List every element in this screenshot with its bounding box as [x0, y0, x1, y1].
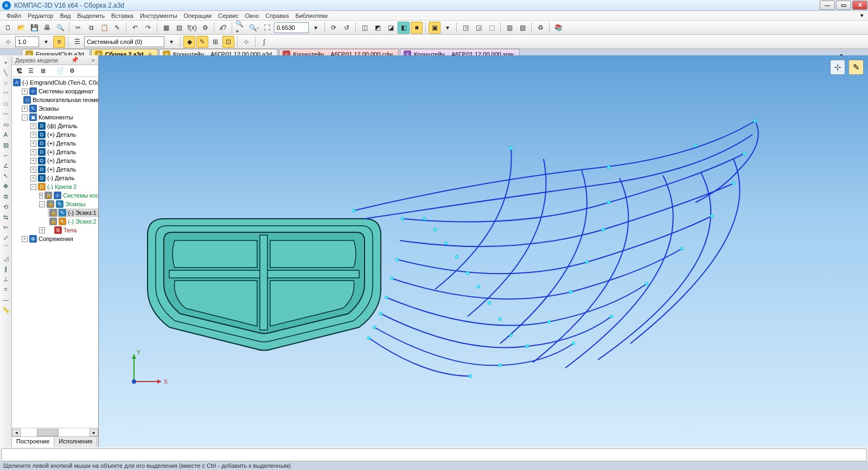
lib-button[interactable]: 📚: [552, 22, 564, 34]
redo-button[interactable]: ↷: [142, 22, 154, 34]
tool-point[interactable]: •: [1, 58, 11, 67]
tree-settings[interactable]: ⚙: [67, 66, 77, 76]
menu-window[interactable]: Окно: [242, 12, 263, 20]
expand-icon[interactable]: +: [22, 106, 28, 112]
help-button[interactable]: 𝓀?: [217, 22, 229, 34]
fx-button[interactable]: f(x): [186, 22, 198, 34]
tree-mode3[interactable]: ⊞: [38, 66, 48, 76]
new-button[interactable]: 🗋: [2, 22, 14, 34]
orient-button[interactable]: ⊹: [830, 60, 845, 75]
menu-help[interactable]: Справка: [262, 12, 292, 20]
node-detail-p5[interactable]: +D(+) Деталь: [30, 165, 98, 174]
tool-extend[interactable]: ⤢: [1, 233, 11, 243]
style-button[interactable]: ≡: [53, 36, 65, 48]
tool-fillet[interactable]: ⌒: [1, 243, 11, 253]
close-button[interactable]: ✕: [852, 1, 867, 10]
tool-offset[interactable]: ‖: [1, 264, 11, 274]
tool-circle[interactable]: ○: [1, 78, 11, 88]
rebuild-button[interactable]: ♻: [534, 22, 546, 34]
view1-button[interactable]: ◳: [459, 22, 471, 34]
layers-button[interactable]: ☰: [71, 36, 83, 48]
view2-button[interactable]: ◲: [473, 22, 484, 34]
tool-constraint[interactable]: ⊥: [1, 274, 11, 284]
maximize-button[interactable]: ▭: [836, 1, 851, 10]
cut-button[interactable]: ✂: [72, 22, 84, 34]
copy-button[interactable]: ⧉: [85, 22, 97, 34]
section-button[interactable]: ▥: [503, 22, 515, 34]
menu-libraries[interactable]: Библиотеки: [292, 12, 331, 20]
tool-hline[interactable]: —: [1, 295, 11, 304]
tab-build[interactable]: Построение: [12, 437, 54, 447]
collapse-icon[interactable]: −: [22, 115, 28, 120]
tool-mirror[interactable]: ⇆: [1, 212, 11, 222]
tree-close[interactable]: ×: [92, 57, 95, 63]
scroll-right[interactable]: ▸: [90, 429, 98, 436]
model-tree[interactable]: A (-) EmgrandClub (Тел-0, Сбор +⊹Системы…: [12, 77, 98, 428]
view3-button[interactable]: ⬚: [486, 22, 497, 34]
tool-ellipse[interactable]: ⬭: [1, 99, 11, 109]
tree-mode1[interactable]: 🏗: [14, 66, 24, 76]
menu-tools[interactable]: Инструменты: [137, 12, 181, 20]
tool-text[interactable]: A: [1, 130, 11, 139]
tree-root[interactable]: A (-) EmgrandClub (Тел-0, Сбор: [13, 78, 98, 87]
wire-button[interactable]: ◫: [359, 22, 371, 34]
node-detail-p4[interactable]: +D(+) Деталь: [30, 156, 98, 165]
tool-trim[interactable]: ✄: [1, 223, 11, 232]
tool-rect[interactable]: ▭: [1, 119, 11, 129]
print-button[interactable]: 🖶: [41, 22, 53, 34]
scroll-thumb[interactable]: [37, 429, 59, 436]
node-components[interactable]: −▣Компоненты: [22, 113, 98, 122]
expand-icon[interactable]: +: [22, 88, 28, 94]
node-sketches-top[interactable]: +✎Эскизы: [22, 104, 98, 113]
tool-dim[interactable]: ↔: [1, 150, 11, 160]
tool-chamfer[interactable]: ◿: [1, 253, 11, 263]
zoom-in-button[interactable]: 🔍+: [235, 22, 247, 34]
node-wing-bodies[interactable]: +BТела: [39, 226, 98, 234]
tree-filter[interactable]: 📄: [55, 66, 65, 76]
var-button[interactable]: ⚙: [199, 22, 211, 34]
layer-combo[interactable]: [84, 36, 164, 47]
zoom-fit-button[interactable]: ⛶: [261, 22, 273, 34]
minimize-button[interactable]: —: [820, 1, 835, 10]
zoom-out-button[interactable]: 🔍-: [248, 22, 260, 34]
node-constraints[interactable]: +⊗Сопряжения: [22, 234, 98, 243]
preview-button[interactable]: 🔍: [54, 22, 66, 34]
section2-button[interactable]: ▧: [516, 22, 528, 34]
tool-select[interactable]: ↖: [1, 171, 11, 181]
hidden-button[interactable]: ◩: [372, 22, 384, 34]
tool-spline[interactable]: 〰: [1, 109, 11, 119]
command-line[interactable]: [1, 448, 867, 461]
coord-button[interactable]: ⊹: [2, 36, 14, 48]
snap2-button[interactable]: ✎: [196, 36, 208, 48]
persp-button[interactable]: ▣: [429, 22, 441, 34]
tool-measure[interactable]: 📏: [1, 305, 11, 315]
node-aux-geom[interactable]: ◇Вспомогательная геомет: [22, 96, 98, 104]
menu-file[interactable]: Файл: [3, 12, 24, 20]
menu-overflow[interactable]: ▾: [859, 12, 865, 19]
tool-rotate[interactable]: ⟲: [1, 202, 11, 212]
snap4-button[interactable]: ⊡: [222, 36, 234, 48]
open-button[interactable]: 📂: [15, 22, 27, 34]
tool-arc[interactable]: ◠: [1, 88, 11, 98]
node-detail-p1[interactable]: +D(+) Деталь: [30, 130, 98, 139]
3d-viewport[interactable]: X Y ⊹ ✎: [99, 55, 868, 447]
menu-select[interactable]: Выделить: [74, 12, 108, 20]
menu-operations[interactable]: Операции: [181, 12, 215, 20]
tool-hatch[interactable]: ▨: [1, 140, 11, 150]
pin-icon[interactable]: 📌: [71, 56, 79, 63]
shaded-edges-button[interactable]: ◧: [398, 22, 410, 34]
layer-drop[interactable]: ▾: [165, 36, 177, 48]
menu-view[interactable]: Вид: [56, 12, 74, 20]
save-button[interactable]: 💾: [28, 22, 40, 34]
persp-drop[interactable]: ▾: [442, 22, 454, 34]
menu-service[interactable]: Сервис: [215, 12, 242, 20]
tool-equal[interactable]: =: [1, 284, 11, 294]
tree-scrollbar[interactable]: ◂ ▸: [12, 428, 98, 436]
sketch-exit-button[interactable]: ✎: [848, 60, 864, 75]
shaded-button[interactable]: ■: [411, 22, 423, 34]
paste-button[interactable]: 📋: [98, 22, 110, 34]
thickness-input[interactable]: [15, 36, 39, 47]
node-detail-p2[interactable]: +D(+) Деталь: [30, 139, 98, 148]
brush-button[interactable]: ✎: [111, 22, 123, 34]
sk-intg[interactable]: ∫: [258, 36, 270, 48]
